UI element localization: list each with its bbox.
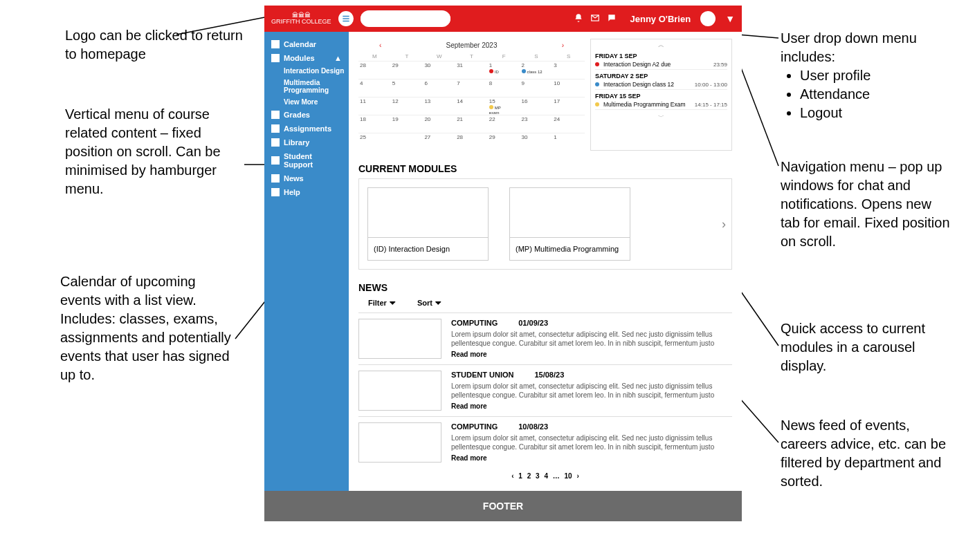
- calendar-cell[interactable]: 16: [520, 97, 553, 115]
- sidebar-item-library[interactable]: Library: [264, 136, 349, 149]
- calendar-cell[interactable]: 29: [391, 61, 423, 79]
- chat-icon[interactable]: [607, 13, 617, 25]
- calendar-cell[interactable]: 5: [391, 79, 423, 97]
- news-excerpt: Lorem ipsum dolor sit amet, consectetur …: [451, 433, 732, 451]
- collapse-icon: ▲: [334, 54, 342, 62]
- logo-text: GRIFFITH COLLEGE: [271, 19, 331, 25]
- calendar-cell[interactable]: 31: [455, 61, 488, 79]
- carousel-next[interactable]: ›: [722, 217, 726, 232]
- calendar-cell[interactable]: 19: [391, 115, 423, 133]
- calendar-cell[interactable]: 21: [455, 115, 488, 133]
- event-list-up[interactable]: ︿: [591, 39, 731, 51]
- calendar-cell[interactable]: 23: [520, 115, 553, 133]
- annotation-dropdown-item: User profile: [800, 66, 950, 85]
- event-date: FRIDAY 15 SEP: [595, 93, 727, 100]
- calendar-cell[interactable]: [391, 133, 423, 151]
- calendar-cell[interactable]: 4: [358, 79, 391, 97]
- module-card[interactable]: (MP) Multimedia Programming: [509, 187, 630, 261]
- calendar-cell[interactable]: 27: [423, 133, 455, 151]
- event-row[interactable]: Interaction Design class 1210:00 - 13:00: [595, 80, 727, 90]
- calendar-cell[interactable]: 28: [358, 61, 391, 79]
- pager-page[interactable]: 1: [518, 472, 522, 480]
- calendar-cell[interactable]: 14: [455, 97, 488, 115]
- sort-icon: ⏷: [435, 299, 442, 307]
- annotation-sidebar: Vertical menu of course related content …: [65, 105, 245, 198]
- sidebar-item-assignments[interactable]: Assignments: [264, 122, 349, 136]
- sidebar-item-modules[interactable]: Modules▲: [264, 51, 349, 65]
- news-sort[interactable]: Sort ⏷: [417, 299, 442, 307]
- calendar-dayhead: F: [488, 52, 520, 61]
- calendar-cell[interactable]: 30: [520, 133, 553, 151]
- calendar-prev[interactable]: ‹: [379, 41, 381, 49]
- event-row[interactable]: Interaction Design A2 due23:59: [595, 59, 727, 70]
- sidebar-sub-view-more[interactable]: View More: [264, 96, 349, 108]
- news-readmore[interactable]: Read more: [451, 454, 732, 462]
- calendar-cell[interactable]: 1ID: [488, 61, 520, 79]
- news-category: STUDENT UNION: [451, 371, 513, 379]
- annotation-news: News feed of events, careers advice, etc…: [781, 416, 950, 491]
- news-row: COMPUTING10/08/23 Lorem ipsum dolor sit …: [358, 416, 732, 468]
- bell-icon[interactable]: [574, 13, 583, 25]
- modules-heading: CURRENT MODULES: [358, 163, 732, 174]
- modules-carousel: (ID) Interaction Design (MP) Multimedia …: [358, 178, 732, 270]
- sidebar-item-news[interactable]: News: [264, 171, 349, 185]
- calendar-cell[interactable]: 30: [423, 61, 455, 79]
- app-frame: 🏛🏛🏛 GRIFFITH COLLEGE Jenn: [264, 6, 742, 521]
- calendar-cell[interactable]: 20: [423, 115, 455, 133]
- search-input[interactable]: [361, 15, 450, 23]
- sidebar-item-help[interactable]: Help: [264, 185, 349, 199]
- calendar-cell[interactable]: 7: [455, 79, 488, 97]
- annotation-logo: Logo can be clicked to return to homepag…: [65, 26, 245, 64]
- news-readmore[interactable]: Read more: [451, 351, 732, 358]
- avatar[interactable]: [700, 11, 716, 26]
- sidebar-item-label: Library: [284, 138, 309, 147]
- pager-page[interactable]: 3: [536, 472, 540, 480]
- pager-page[interactable]: 4: [544, 472, 548, 480]
- calendar-cell[interactable]: 24: [552, 115, 585, 133]
- pager-next[interactable]: ›: [576, 472, 578, 480]
- calendar-cell[interactable]: 17: [552, 97, 585, 115]
- calendar-cell[interactable]: 22: [488, 115, 520, 133]
- calendar-dayhead: T: [391, 52, 423, 61]
- pager-page[interactable]: 10: [565, 472, 572, 480]
- event-title: Interaction Design class 12: [603, 81, 674, 88]
- calendar-cell[interactable]: 12: [391, 97, 423, 115]
- calendar-cell[interactable]: 13: [423, 97, 455, 115]
- news-filter[interactable]: Filter ⏷: [368, 299, 397, 307]
- calendar-cell[interactable]: 28: [455, 133, 488, 151]
- news-readmore[interactable]: Read more: [451, 402, 732, 410]
- calendar-cell[interactable]: 15MPexam: [488, 97, 520, 115]
- sidebar-item-student-support[interactable]: Student Support: [264, 149, 349, 171]
- annotation-modules: Quick access to current modules in a car…: [781, 319, 950, 375]
- hamburger-button[interactable]: [338, 11, 354, 26]
- user-dropdown-caret[interactable]: ▼: [725, 13, 735, 24]
- sidebar-item-label: Calendar: [284, 40, 316, 48]
- calendar-cell[interactable]: 9: [520, 79, 553, 97]
- sidebar-item-calendar[interactable]: Calendar: [264, 37, 349, 51]
- event-row[interactable]: Multimedia Programming Exam14:15 - 17:15: [595, 100, 727, 110]
- calendar-month: September 2023: [446, 41, 498, 49]
- calendar-cell[interactable]: 1: [552, 133, 585, 151]
- calendar-cell[interactable]: 11: [358, 97, 391, 115]
- mail-icon[interactable]: [590, 13, 600, 25]
- logo[interactable]: 🏛🏛🏛 GRIFFITH COLLEGE: [271, 12, 331, 26]
- sidebar-item-grades[interactable]: Grades: [264, 108, 349, 122]
- sidebar-sub-interaction-design[interactable]: Interaction Design: [264, 65, 349, 77]
- sidebar: Calendar Modules▲ Interaction Design Mul…: [264, 32, 349, 491]
- pager-page[interactable]: 2: [527, 472, 531, 480]
- calendar-cell[interactable]: 10: [552, 79, 585, 97]
- calendar-cell[interactable]: 29: [488, 133, 520, 151]
- sidebar-sub-multimedia-programming[interactable]: Multimedia Programming: [264, 77, 349, 96]
- pager-prev[interactable]: ‹: [511, 472, 513, 480]
- calendar-dayhead: S: [520, 52, 553, 61]
- calendar-cell[interactable]: 3: [552, 61, 585, 79]
- event-list: ︿ FRIDAY 1 SEP Interaction Design A2 due…: [590, 39, 732, 151]
- calendar-cell[interactable]: 6: [423, 79, 455, 97]
- calendar-cell[interactable]: 2class 12: [520, 61, 553, 79]
- calendar-cell[interactable]: 8: [488, 79, 520, 97]
- module-card[interactable]: (ID) Interaction Design: [367, 187, 489, 261]
- calendar-cell[interactable]: 25: [358, 133, 391, 151]
- event-list-down[interactable]: ﹀: [591, 111, 731, 123]
- calendar-cell[interactable]: 18: [358, 115, 391, 133]
- calendar-next[interactable]: ›: [562, 41, 564, 49]
